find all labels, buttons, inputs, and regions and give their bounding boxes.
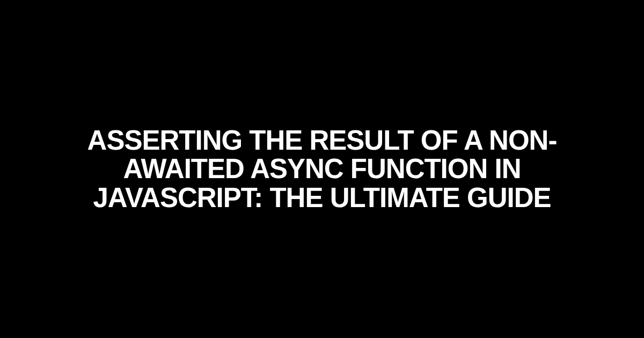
page-title: Asserting the Result of a Non-Awaited As… — [0, 126, 644, 212]
